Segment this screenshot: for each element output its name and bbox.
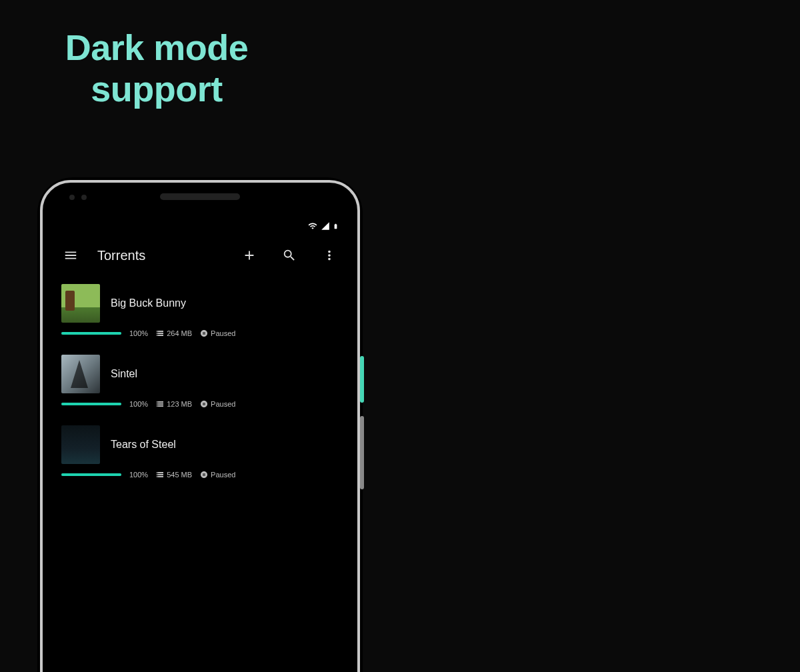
plus-icon xyxy=(242,248,257,263)
more-vert-icon xyxy=(322,248,337,263)
torrent-item[interactable]: Tears of Steel 100% 545 MB Paused xyxy=(52,415,348,485)
torrent-percent: 100% xyxy=(129,329,148,337)
torrent-state: Paused xyxy=(200,400,235,408)
torrent-item[interactable]: Sintel 100% 123 MB Paused xyxy=(52,344,348,415)
torrent-progress-bar xyxy=(61,473,121,476)
panel-dark-mode: Dark mode support Torrents xyxy=(0,0,393,672)
torrent-percent: 100% xyxy=(129,400,148,408)
app-bar: Torrents xyxy=(52,237,348,273)
phone-camera-dots xyxy=(69,195,87,200)
battery-icon xyxy=(333,221,339,231)
signal-icon xyxy=(321,221,330,231)
hamburger-icon xyxy=(63,248,78,263)
app-bar-title: Torrents xyxy=(97,248,145,263)
add-button[interactable] xyxy=(236,242,263,269)
status-bar xyxy=(52,215,348,237)
torrent-progress-bar xyxy=(61,403,121,405)
pause-circle-icon xyxy=(200,329,208,337)
torrent-thumbnail xyxy=(61,425,100,464)
headline-line-2: support xyxy=(91,69,222,109)
phone-mockup-torrents: Torrents Big Buck Bunny xyxy=(40,180,360,672)
phone-screen-torrents: Torrents Big Buck Bunny xyxy=(52,215,348,672)
torrent-thumbnail xyxy=(61,284,100,323)
torrent-state: Paused xyxy=(200,471,235,479)
torrent-name: Sintel xyxy=(111,368,137,380)
torrent-percent: 100% xyxy=(129,471,148,479)
storage-icon xyxy=(156,400,164,408)
torrent-size: 123 MB xyxy=(156,400,192,408)
torrent-name: Big Buck Bunny xyxy=(111,297,186,309)
torrent-state: Paused xyxy=(200,329,235,337)
search-button[interactable] xyxy=(276,242,303,269)
phone-volume-button xyxy=(360,416,364,489)
wifi-icon xyxy=(307,221,318,231)
torrent-progress-bar xyxy=(61,332,121,335)
torrent-item[interactable]: Big Buck Bunny 100% 264 MB Paused xyxy=(52,273,348,344)
phone-power-button xyxy=(360,356,364,403)
headline-line-1: Dark mode xyxy=(65,27,249,67)
search-icon xyxy=(282,248,297,263)
pause-circle-icon xyxy=(200,471,208,479)
headline-dark-mode: Dark mode support xyxy=(33,27,280,109)
torrent-name: Tears of Steel xyxy=(111,439,176,451)
storage-icon xyxy=(156,329,164,337)
pause-circle-icon xyxy=(200,400,208,408)
torrent-size: 264 MB xyxy=(156,329,192,337)
torrent-thumbnail xyxy=(61,355,100,393)
menu-button[interactable] xyxy=(57,242,84,269)
overflow-button[interactable] xyxy=(316,242,343,269)
torrent-size: 545 MB xyxy=(156,471,192,479)
panel-watch-while-downloading: 01:26 10:35 Watch while downloading xyxy=(407,0,800,672)
phone-earpiece xyxy=(160,193,240,200)
storage-icon xyxy=(156,471,164,479)
